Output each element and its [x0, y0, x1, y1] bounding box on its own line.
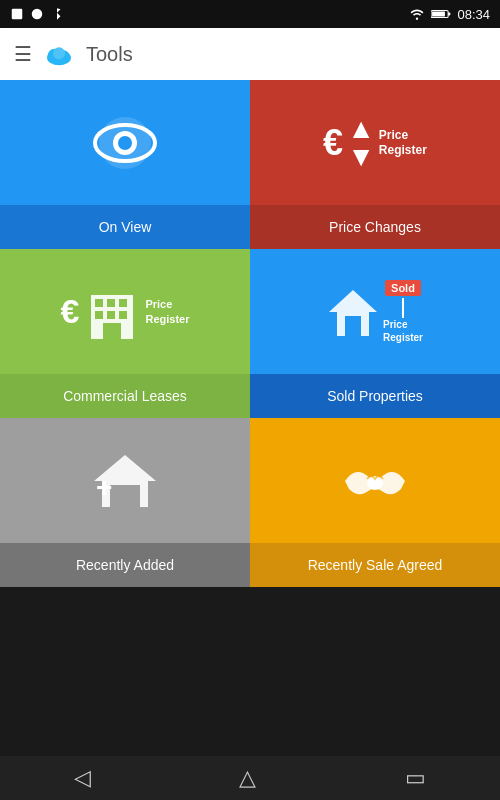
on-view-tile[interactable]: On View [0, 80, 250, 249]
app-logo-icon [44, 39, 74, 69]
recently-sale-agreed-label: Recently Sale Agreed [250, 543, 500, 587]
sold-properties-tile[interactable]: Sold PriceRegister Sold Properties [250, 249, 500, 418]
house-icon [327, 286, 379, 338]
recents-button[interactable]: ▭ [385, 759, 446, 797]
app-bar: ☰ Tools [0, 28, 500, 80]
price-changes-tile[interactable]: € ▲ ▼ PriceRegister Price Changes [250, 80, 500, 249]
wifi-icon [409, 7, 425, 21]
on-view-label: On View [0, 205, 250, 249]
building-icon [85, 285, 139, 339]
svg-rect-17 [107, 299, 115, 307]
svg-rect-21 [119, 311, 127, 319]
home-button[interactable]: △ [219, 759, 276, 797]
svg-rect-6 [449, 13, 451, 16]
price-register-label: PriceRegister [145, 297, 189, 326]
battery-icon [431, 8, 451, 20]
eye-icon [85, 113, 165, 173]
recently-added-icon-area: + [0, 418, 250, 543]
app-title: Tools [86, 43, 133, 66]
svg-point-14 [118, 136, 132, 150]
on-view-icon-area [0, 80, 250, 205]
commercial-leases-tile[interactable]: € PriceRegister Commercial Leases [0, 249, 250, 418]
arrow-up-icon: ▲ [347, 115, 375, 143]
notification-icon [10, 7, 24, 21]
svg-rect-24 [345, 316, 361, 336]
svg-rect-16 [95, 299, 103, 307]
sold-properties-icon-area: Sold PriceRegister [250, 249, 500, 374]
recently-sale-agreed-tile[interactable]: Recently Sale Agreed [250, 418, 500, 587]
svg-point-1 [32, 9, 43, 20]
price-changes-label: Price Changes [250, 205, 500, 249]
recently-added-tile[interactable]: + Recently Added [0, 418, 250, 587]
add-house-icon: + [88, 449, 162, 509]
sold-badge: Sold [385, 280, 421, 296]
svg-rect-0 [12, 9, 23, 20]
bluetooth-icon [50, 7, 64, 21]
price-changes-icon-area: € ▲ ▼ PriceRegister [250, 80, 500, 205]
svg-rect-5 [433, 12, 446, 17]
svg-point-3 [416, 18, 418, 20]
svg-rect-22 [103, 323, 121, 339]
svg-rect-19 [95, 311, 103, 319]
alarm-icon [30, 7, 44, 21]
time-display: 08:34 [457, 7, 490, 22]
commercial-leases-icon-area: € PriceRegister [0, 249, 250, 374]
status-bar: 08:34 [0, 0, 500, 28]
svg-rect-26 [110, 485, 140, 507]
recently-sale-agreed-icon-area [250, 418, 500, 543]
recently-added-label: Recently Added [0, 543, 250, 587]
svg-rect-20 [107, 311, 115, 319]
price-register-text: PriceRegister [379, 128, 427, 157]
sold-properties-label: Sold Properties [250, 374, 500, 418]
status-right: 08:34 [409, 7, 490, 22]
back-button[interactable]: ◁ [54, 759, 111, 797]
handshake-icon [335, 451, 415, 511]
svg-point-10 [53, 47, 65, 59]
euro-icon: € [323, 122, 343, 164]
commercial-leases-label: Commercial Leases [0, 374, 250, 418]
bottom-nav: ◁ △ ▭ [0, 756, 500, 800]
status-left [10, 7, 64, 21]
main-grid: On View € ▲ ▼ PriceRegister Price Change… [0, 80, 500, 756]
euro-building-icon: € [61, 292, 80, 331]
svg-marker-2 [57, 8, 61, 20]
sold-price-register-text: PriceRegister [383, 318, 423, 344]
arrow-down-icon: ▼ [347, 143, 375, 171]
svg-rect-18 [119, 299, 127, 307]
svg-text:+: + [96, 472, 112, 503]
menu-icon[interactable]: ☰ [14, 42, 32, 66]
